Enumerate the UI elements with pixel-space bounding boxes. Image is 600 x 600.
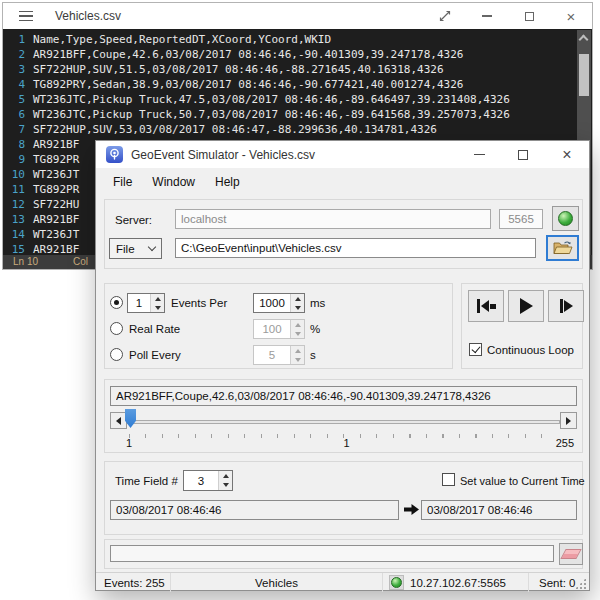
code-line[interactable]: 4TG892PRY,Sedan,38.9,03/08/2017 08:46:46… <box>3 77 592 92</box>
chevron-down-icon <box>148 243 156 251</box>
code-line[interactable]: 2AR921BFF,Coupe,42.6,03/08/2017 08:46:46… <box>3 47 592 62</box>
line-number: 7 <box>3 122 25 137</box>
play-icon <box>520 298 533 314</box>
events-count-status: Events: 255 <box>96 573 171 592</box>
interval-spinner[interactable]: 1000 <box>253 293 305 313</box>
spin-down-icon[interactable] <box>219 481 232 491</box>
scrollbar-thumb[interactable] <box>579 54 589 96</box>
spin-up-icon[interactable] <box>151 294 164 303</box>
line-number: 15 <box>3 242 25 255</box>
slider-mid-label: 1 <box>344 437 350 449</box>
code-line[interactable]: 3SF722HUP,SUV,51.5,03/08/2017 08:46:46,-… <box>3 62 592 77</box>
rate-group: 1 Events Per 1000 ms Real Rate 100 % Pol… <box>104 283 453 369</box>
code-line[interactable]: 1Name,Type,Speed,ReportedDT,XCoord,YCoor… <box>3 32 592 47</box>
fullscreen-toggle-icon[interactable] <box>424 3 466 29</box>
spin-down-icon[interactable] <box>291 355 304 364</box>
line-text: SF722HUP,SUV,51.5,03/08/2017 08:46:46,-8… <box>33 62 444 77</box>
spin-down-icon[interactable] <box>291 329 304 338</box>
file-path-input[interactable] <box>175 238 536 258</box>
clear-button[interactable] <box>559 543 583 565</box>
geoevent-app-icon <box>106 146 123 163</box>
spin-up-icon[interactable] <box>291 294 304 303</box>
time-from-field[interactable] <box>110 500 399 520</box>
sim-maximize-button[interactable] <box>501 141 545 168</box>
continuous-loop-label: Continuous Loop <box>487 342 574 358</box>
connect-button[interactable] <box>552 206 579 231</box>
progress-group <box>104 539 583 569</box>
menu-help[interactable]: Help <box>215 175 240 189</box>
line-number: 9 <box>3 152 25 167</box>
line-number: 11 <box>3 182 25 197</box>
source-type-value: File <box>116 243 135 255</box>
spinner-value: 3 <box>184 475 218 487</box>
time-field-spinner[interactable]: 3 <box>183 470 233 491</box>
simulator-window: GeoEvent Simulator - Vehicles.csv × File… <box>95 140 590 591</box>
sim-minimize-button[interactable] <box>457 141 501 168</box>
play-button[interactable] <box>508 290 544 322</box>
hamburger-menu-icon[interactable] <box>19 11 33 22</box>
step-icon <box>560 299 563 313</box>
event-slider-group: 1 1 255 <box>104 379 583 453</box>
events-per-label: Events Per <box>171 295 227 311</box>
line-text: WT236JTC,Pickup Truck,47.5,03/08/2017 08… <box>33 92 510 107</box>
editor-titlebar[interactable]: Vehicles.csv × <box>3 3 592 29</box>
line-text: WT236JTC,Pickup Truck,50.7,03/08/2017 08… <box>33 107 510 122</box>
simulator-titlebar[interactable]: GeoEvent Simulator - Vehicles.csv × <box>96 141 589 168</box>
menu-window[interactable]: Window <box>152 175 195 189</box>
poll-spinner[interactable]: 5 <box>253 345 305 365</box>
playback-group: Continuous Loop <box>461 283 583 369</box>
step-button[interactable] <box>548 290 584 322</box>
slider-max-label: 255 <box>556 437 574 449</box>
scroll-up-icon[interactable] <box>579 35 589 45</box>
connection-led-icon <box>558 211 573 226</box>
line-number: 13 <box>3 212 25 227</box>
line-text: AR921BF <box>33 137 79 152</box>
editor-minimize-button[interactable] <box>466 3 508 29</box>
poll-every-radio[interactable] <box>110 348 123 361</box>
browse-file-button[interactable] <box>546 235 579 261</box>
real-rate-radio[interactable] <box>110 322 123 335</box>
server-port-input[interactable] <box>499 209 543 229</box>
continuous-loop-checkbox[interactable] <box>469 343 482 356</box>
events-per-radio[interactable] <box>110 296 123 309</box>
source-type-select[interactable]: File <box>109 238 162 259</box>
menu-file[interactable]: File <box>113 175 132 189</box>
line-text: WT236JT <box>33 227 79 242</box>
set-current-time-checkbox[interactable] <box>442 473 455 486</box>
real-rate-spinner[interactable]: 100 <box>253 319 305 339</box>
server-host-input[interactable] <box>175 209 491 229</box>
line-number: 10 <box>3 167 25 182</box>
spin-up-icon[interactable] <box>219 471 232 481</box>
editor-maximize-button[interactable] <box>508 3 550 29</box>
skip-to-start-button[interactable] <box>468 290 504 322</box>
sim-close-button[interactable]: × <box>545 141 589 168</box>
line-number: 5 <box>3 92 25 107</box>
set-current-time-label: Set value to Current Time <box>460 473 585 489</box>
column-position: Col <box>73 255 88 269</box>
line-number: 4 <box>3 77 25 92</box>
code-line[interactable]: 5WT236JTC,Pickup Truck,47.5,03/08/2017 0… <box>3 92 592 107</box>
spin-up-icon[interactable] <box>291 320 304 329</box>
spinner-value: 1000 <box>254 297 290 309</box>
editor-close-button[interactable]: × <box>550 3 592 29</box>
sent-count-status: Sent: 0 <box>529 573 589 592</box>
line-number: 1 <box>3 32 25 47</box>
line-number: 8 <box>3 137 25 152</box>
events-count-spinner[interactable]: 1 <box>127 293 165 313</box>
spin-down-icon[interactable] <box>151 303 164 312</box>
code-line[interactable]: 7SF722HUP,SUV,53,03/08/2017 08:46:47,-88… <box>3 122 592 137</box>
spin-down-icon[interactable] <box>291 303 304 312</box>
ms-unit-label: ms <box>310 295 325 311</box>
line-text: SF722HUP,SUV,53,03/08/2017 08:46:47,-88.… <box>33 122 437 137</box>
current-event-field[interactable] <box>110 386 577 406</box>
slider-min-label: 1 <box>126 437 132 449</box>
spin-up-icon[interactable] <box>291 346 304 355</box>
code-line[interactable]: 6WT236JTC,Pickup Truck,50.7,03/08/2017 0… <box>3 107 592 122</box>
slider-track[interactable] <box>127 420 560 424</box>
editor-title: Vehicles.csv <box>55 9 121 23</box>
server-group: Server: File <box>104 199 583 269</box>
open-folder-icon <box>553 240 573 256</box>
time-to-field[interactable] <box>421 500 577 520</box>
slider-right-button[interactable] <box>560 412 577 429</box>
slider-left-button[interactable] <box>110 412 127 429</box>
